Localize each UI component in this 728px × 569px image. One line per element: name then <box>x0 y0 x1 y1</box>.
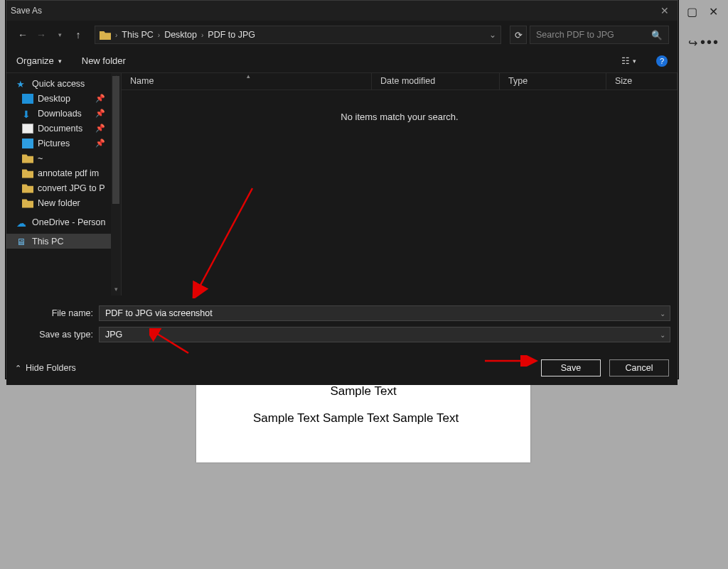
view-options-button[interactable]: ☷ ▾ <box>621 55 636 66</box>
restore-icon[interactable]: ▢ <box>687 5 697 18</box>
tree-item[interactable]: convert JPG to P <box>6 180 121 195</box>
more-icon[interactable]: ••• <box>700 34 719 50</box>
save-as-dialog: Save As ✕ ← → ▾ ↑ › This PC › Desktop › … <box>6 0 678 379</box>
view-icon: ☷ <box>621 55 630 66</box>
tree-desktop[interactable]: Desktop📌 <box>6 91 121 106</box>
dialog-footer: ⌃ Hide Folders Save Cancel <box>6 352 678 385</box>
save-button[interactable]: Save <box>541 359 601 376</box>
share-icon[interactable]: ↪ <box>688 37 697 49</box>
app-titlebar: ▢ ✕ <box>677 0 728 23</box>
dialog-title: Save As <box>11 6 656 16</box>
new-folder-button[interactable]: New folder <box>82 55 126 66</box>
help-button[interactable]: ? <box>656 55 668 67</box>
chevron-right-icon: › <box>115 31 117 39</box>
col-date[interactable]: Date modified <box>372 73 500 90</box>
dialog-titlebar: Save As ✕ <box>6 1 678 21</box>
filename-label: File name: <box>14 308 99 318</box>
savetype-label: Save as type: <box>14 330 99 340</box>
breadcrumb[interactable]: › This PC › Desktop › PDF to JPG ⌄ <box>95 26 501 44</box>
tree-item[interactable]: New folder <box>6 195 121 210</box>
chevron-down-icon[interactable]: ⌄ <box>660 331 665 339</box>
tree-this-pc[interactable]: 🖥This PC <box>6 234 121 249</box>
col-type[interactable]: Type <box>500 73 606 90</box>
column-headers: ▴Name Date modified Type Size <box>122 73 678 90</box>
tree-item[interactable]: annotate pdf im <box>6 166 121 180</box>
fields-area: File name: PDF to JPG via screenshot ⌄ S… <box>6 296 678 352</box>
hide-folders-toggle[interactable]: ⌃ Hide Folders <box>15 363 76 373</box>
search-icon: 🔍 <box>651 30 663 40</box>
chevron-down-icon: ▾ <box>58 58 62 65</box>
tree-item[interactable]: ~ <box>6 151 121 166</box>
col-name[interactable]: ▴Name <box>122 73 372 90</box>
tree-quick-access[interactable]: ★Quick access <box>6 76 121 91</box>
search-placeholder: Search PDF to JPG <box>536 30 614 40</box>
tree-onedrive[interactable]: ☁OneDrive - Person <box>6 215 121 229</box>
col-size[interactable]: Size <box>606 73 678 90</box>
filename-input[interactable]: PDF to JPG via screenshot ⌄ <box>99 305 670 321</box>
pin-icon: 📌 <box>95 139 105 148</box>
scrollbar-thumb[interactable] <box>112 76 119 204</box>
empty-message: No items match your search. <box>122 90 678 143</box>
tree-documents[interactable]: Documents📌 <box>6 121 121 136</box>
file-list[interactable]: ▴Name Date modified Type Size No items m… <box>122 73 678 296</box>
cancel-button[interactable]: Cancel <box>609 359 669 376</box>
chevron-right-icon: › <box>158 31 160 39</box>
tree-pictures[interactable]: Pictures📌 <box>6 136 121 151</box>
chevron-down-icon[interactable]: ⌄ <box>489 30 496 40</box>
app-close-icon[interactable]: ✕ <box>709 5 718 18</box>
tree-scrollbar[interactable]: ▴ ▾ <box>111 73 121 296</box>
refresh-button[interactable]: ⟳ <box>510 26 527 44</box>
chevron-down-icon: ▾ <box>633 58 636 65</box>
search-input[interactable]: Search PDF to JPG 🔍 <box>530 26 669 44</box>
pin-icon: 📌 <box>95 124 105 133</box>
back-button[interactable]: ← <box>15 27 31 43</box>
tree-downloads[interactable]: ⬇Downloads📌 <box>6 106 121 121</box>
organize-menu[interactable]: Organize ▾ <box>16 55 62 66</box>
crumb-desktop[interactable]: Desktop <box>164 30 197 40</box>
crumb-folder[interactable]: PDF to JPG <box>208 30 255 40</box>
document-preview: Sample Text Sample Text Sample Text Samp… <box>196 379 530 462</box>
up-button[interactable]: ↑ <box>70 27 86 43</box>
chevron-right-icon: › <box>201 31 203 39</box>
chevron-down-icon[interactable]: ⌄ <box>660 310 665 318</box>
pin-icon: 📌 <box>95 94 105 103</box>
toolbar: Organize ▾ New folder ☷ ▾ ? <box>6 49 678 73</box>
folder-icon <box>100 30 111 40</box>
doc-line: Sample Text <box>253 384 473 399</box>
sort-asc-icon: ▴ <box>247 72 250 80</box>
forward-button: → <box>33 27 49 43</box>
crumb-thispc[interactable]: This PC <box>122 30 153 40</box>
close-icon[interactable]: ✕ <box>656 5 673 16</box>
doc-line: Sample Text Sample Text Sample Text <box>253 411 473 426</box>
pin-icon: 📌 <box>95 109 105 118</box>
nav-tree[interactable]: ★Quick access Desktop📌 ⬇Downloads📌 Docum… <box>6 73 122 296</box>
savetype-select[interactable]: JPG ⌄ <box>99 327 670 342</box>
scroll-down-icon[interactable]: ▾ <box>111 286 121 296</box>
chevron-up-icon: ⌃ <box>15 364 21 373</box>
nav-row: ← → ▾ ↑ › This PC › Desktop › PDF to JPG… <box>6 21 678 49</box>
recent-dropdown[interactable]: ▾ <box>52 27 68 43</box>
